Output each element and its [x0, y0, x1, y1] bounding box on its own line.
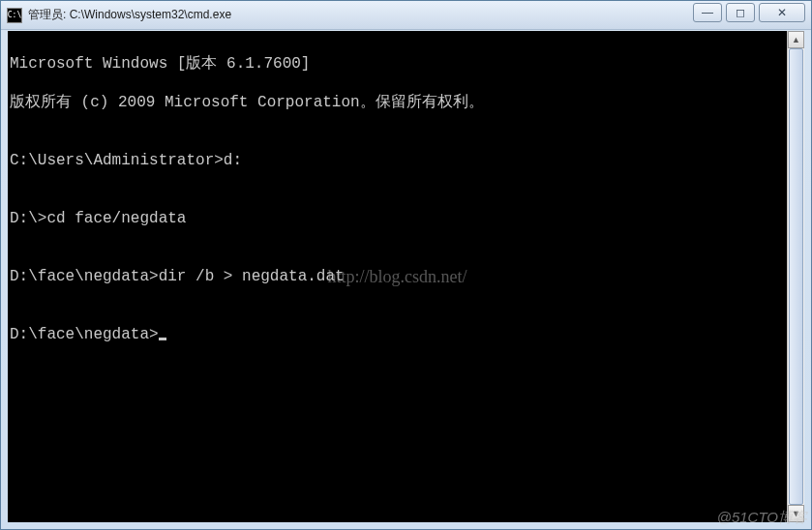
- console-line: Microsoft Windows [版本 6.1.7600]: [10, 54, 785, 74]
- console-output[interactable]: Microsoft Windows [版本 6.1.7600] 版权所有 (c)…: [8, 31, 787, 522]
- console-line: D:\face\negdata>: [10, 325, 785, 344]
- window-title: 管理员: C:\Windows\system32\cmd.exe: [28, 7, 805, 23]
- close-button[interactable]: ✕: [759, 3, 805, 22]
- console-line: D:\>cd face/negdata: [10, 209, 785, 228]
- console-line: D:\face\negdata>dir /b > negdata.dat: [10, 267, 785, 286]
- command-text: cd face/negdata: [46, 210, 186, 227]
- console-line: C:\Users\Administrator>d:: [10, 151, 785, 170]
- prompt: C:\Users\Administrator>: [10, 152, 224, 169]
- vertical-scrollbar[interactable]: ▲ ▼: [787, 31, 804, 522]
- prompt: D:\>: [10, 210, 46, 227]
- cmd-window: C:\ 管理员: C:\Windows\system32\cmd.exe — ◻…: [0, 0, 812, 530]
- scroll-down-button[interactable]: ▼: [788, 505, 804, 522]
- window-controls: — ◻ ✕: [693, 3, 805, 22]
- console-line: 版权所有 (c) 2009 Microsoft Corporation。保留所有…: [10, 93, 785, 112]
- scroll-track[interactable]: [788, 48, 804, 505]
- prompt: D:\face\negdata>: [10, 326, 159, 343]
- scroll-thumb[interactable]: [789, 48, 803, 505]
- client-area: Microsoft Windows [版本 6.1.7600] 版权所有 (c)…: [8, 31, 804, 522]
- minimize-button[interactable]: —: [693, 3, 722, 22]
- app-icon: C:\: [7, 8, 22, 23]
- maximize-button[interactable]: ◻: [726, 3, 755, 22]
- scroll-up-button[interactable]: ▲: [788, 31, 804, 48]
- titlebar[interactable]: C:\ 管理员: C:\Windows\system32\cmd.exe — ◻…: [1, 1, 811, 30]
- prompt: D:\face\negdata>: [10, 268, 159, 285]
- command-text: d:: [224, 152, 242, 169]
- command-text: dir /b > negdata.dat: [159, 268, 345, 285]
- cursor: [159, 338, 166, 340]
